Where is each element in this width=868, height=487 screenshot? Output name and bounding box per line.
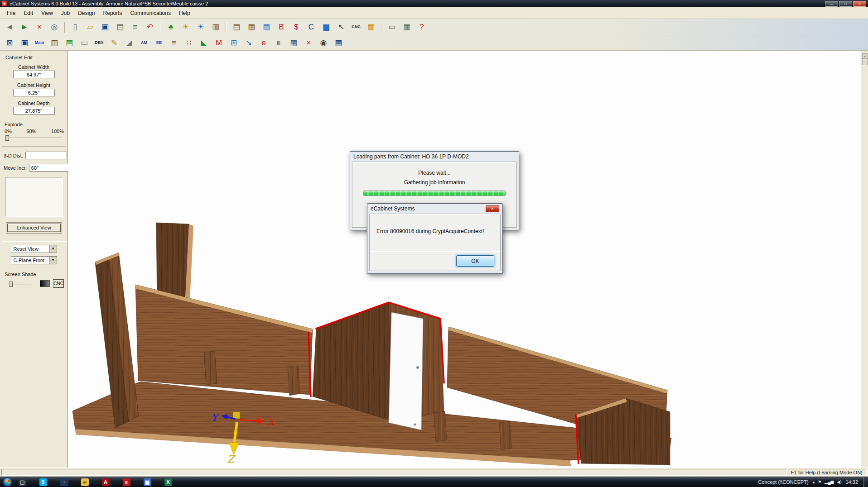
loading-dialog-titlebar[interactable]: Loading parts from Cabinet: HO 36 1P D-M… — [352, 152, 517, 162]
cabinet-height-input[interactable] — [13, 89, 55, 96]
ramp-tool-button[interactable]: ◣ — [197, 37, 211, 49]
tray-expand-icon[interactable]: ▴ — [813, 480, 815, 484]
volume-icon[interactable]: ◀) — [837, 480, 842, 484]
nav-back-button[interactable]: ◄ — [2, 21, 17, 33]
cnc-output-button[interactable]: CNC — [349, 21, 363, 33]
shaded-view-button[interactable]: ☀ — [193, 21, 208, 33]
ok-button[interactable]: OK — [456, 255, 494, 267]
taskbar-explorer-button[interactable]: ▰ — [80, 478, 89, 487]
board-stack-button[interactable]: ≡ — [167, 37, 181, 49]
screen-shade-slider[interactable] — [9, 282, 31, 287]
taskbar-clock[interactable]: 14:32 — [845, 479, 859, 485]
color-grid-button[interactable]: ▦ — [364, 21, 378, 33]
pencil-edit-button[interactable]: ✎ — [107, 37, 121, 49]
menu-item-help[interactable]: Help — [175, 8, 194, 19]
eb-tool-button[interactable]: EB — [152, 37, 166, 49]
cabinet-editor-button[interactable]: ▥ — [208, 21, 223, 33]
keypad-calc-button[interactable]: ⊞ — [227, 37, 241, 49]
menu-item-reports[interactable]: Reports — [99, 8, 126, 19]
start-button[interactable] — [3, 477, 12, 487]
taskbar-skype-button[interactable]: S — [39, 478, 48, 487]
cost-report-button[interactable]: $ — [289, 21, 304, 33]
select-pointer-button[interactable]: ↖ — [334, 21, 348, 33]
explode-slider-thumb[interactable] — [5, 135, 9, 141]
dock-pin-button[interactable]: ▫ — [862, 60, 868, 65]
dense-grid-button[interactable]: ▦ — [286, 37, 301, 49]
chevron-down-icon[interactable]: ▼ — [49, 245, 57, 253]
taskbar-ecabinet-button[interactable]: e — [122, 478, 131, 487]
error-dialog-titlebar[interactable]: eCabinet Systems × — [369, 204, 501, 214]
open-folder-button[interactable]: ▱ — [83, 21, 97, 33]
menu-item-job[interactable]: Job — [57, 8, 74, 19]
main-window-button[interactable]: Main — [32, 37, 47, 49]
dimension-arrow-button[interactable]: ↘ — [241, 37, 256, 49]
schedule-calendar-button[interactable]: ▦ — [331, 37, 346, 49]
save-button[interactable]: ▣ — [98, 21, 112, 33]
menu-item-file[interactable]: File — [3, 8, 19, 19]
cabinet-part-white-door[interactable] — [389, 312, 423, 430]
view-select[interactable]: Reset View ▼ — [11, 245, 57, 253]
explode-slider[interactable] — [5, 135, 62, 141]
menu-item-edit[interactable]: Edit — [19, 8, 37, 19]
part-grid-button[interactable]: ▤ — [62, 37, 77, 49]
close-window-x-button[interactable]: ⊠ — [2, 37, 17, 49]
save-layout-button[interactable]: ▣ — [17, 37, 32, 49]
taskbar-excel-button[interactable]: X — [164, 478, 173, 487]
new-file-button[interactable]: ▯ — [68, 21, 82, 33]
stop-button[interactable]: × — [32, 21, 47, 33]
drill-pattern-button[interactable]: ∷ — [182, 37, 196, 49]
taskbar-photo-viewer-button[interactable]: ▣ — [143, 478, 152, 487]
show-desktop-button[interactable] — [863, 477, 867, 487]
taskbar-firefox-button[interactable]: ◔ — [59, 478, 68, 487]
nest-layout-button[interactable]: ▦ — [259, 21, 274, 33]
cplane-select[interactable]: C-Plane Front ▼ — [11, 256, 57, 264]
bold-format-button[interactable]: B — [274, 21, 289, 33]
am-tool-button[interactable]: AM — [137, 37, 151, 49]
chevron-down-icon[interactable]: ▼ — [49, 257, 57, 264]
close-button[interactable]: × — [853, 1, 866, 7]
selection-listbox[interactable] — [5, 177, 63, 217]
ruler-tool-button[interactable]: ▭ — [77, 37, 92, 49]
cabinet-part-divider[interactable] — [434, 411, 447, 442]
menu-item-communications[interactable]: Communications — [126, 8, 175, 19]
cabinet-front-view-button[interactable]: ▤ — [229, 21, 244, 33]
undo-button[interactable]: ↶ — [143, 21, 157, 33]
print-button[interactable]: ▤ — [113, 21, 127, 33]
menu-item-design[interactable]: Design — [74, 8, 99, 19]
grid-wide-button[interactable]: ▦ — [400, 21, 414, 33]
dock-collapse-button[interactable]: ◂ — [862, 53, 868, 59]
taskbar-computer-button[interactable]: ▢ — [18, 478, 27, 487]
cabinet-part-long-back-panel[interactable] — [135, 285, 313, 395]
fence-bars-button[interactable]: ||| — [271, 37, 286, 49]
snapshot-camera-button[interactable]: ◉ — [316, 37, 331, 49]
keyboard-entry-button[interactable]: ▭ — [385, 21, 399, 33]
nav-forward-button[interactable]: ► — [17, 21, 32, 33]
cabinet-browser-button[interactable]: ▥ — [47, 37, 62, 49]
move-incr-input[interactable] — [29, 164, 71, 172]
material-leaf-button[interactable]: ♣ — [164, 21, 178, 33]
mc-logo-button[interactable]: M — [212, 37, 226, 49]
chart-report-button[interactable]: ▆ — [319, 21, 333, 33]
cabinet-width-input[interactable] — [13, 71, 55, 78]
cabinet-part-divider[interactable] — [204, 351, 217, 385]
cabinet-part-divider[interactable] — [288, 366, 300, 396]
display-settings-button[interactable]: ≡ — [128, 21, 142, 33]
screen-shade-thumb[interactable] — [9, 282, 13, 287]
menu-item-view[interactable]: View — [37, 8, 57, 19]
enhanced-view-button[interactable]: Enhanced View — [7, 224, 61, 232]
dbx-export-button[interactable]: DBX — [92, 37, 106, 49]
network-icon[interactable]: ▂▄▆ — [825, 480, 834, 484]
cabinet-depth-input[interactable] — [13, 107, 55, 115]
taskbar-adobe-button[interactable]: A — [101, 478, 110, 487]
copy-tool-button[interactable]: C — [304, 21, 318, 33]
dist-3d-input[interactable] — [25, 152, 67, 159]
minimize-button[interactable]: — — [825, 1, 838, 7]
ecabinet-logo-button[interactable]: e — [256, 37, 271, 49]
orbit-view-button[interactable]: ◎ — [47, 21, 62, 33]
blade-tool-button[interactable]: ◢ — [122, 37, 136, 49]
action-center-flag-icon[interactable]: ⚑ — [818, 480, 821, 484]
cnc-button[interactable]: CNC — [53, 279, 64, 288]
help-button[interactable]: ? — [415, 21, 429, 33]
delete-x-button[interactable]: × — [301, 37, 316, 49]
assembly-view-button[interactable]: ▦ — [244, 21, 259, 33]
